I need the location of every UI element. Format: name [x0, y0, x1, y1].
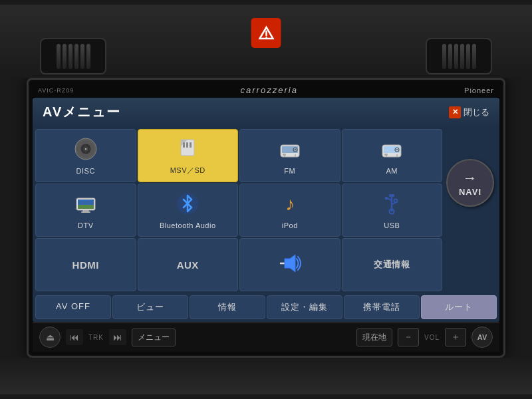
- next-track-button[interactable]: ⏭: [109, 329, 126, 345]
- navi-arrow-icon: →: [463, 170, 478, 187]
- msv-sd-label: MSV／SD: [170, 166, 205, 176]
- aux-button[interactable]: AUX: [138, 238, 239, 291]
- route-button[interactable]: ルート: [421, 295, 497, 319]
- vol-label: VOL: [424, 334, 440, 341]
- svg-rect-38: [385, 197, 388, 200]
- nav-bar: AV OFF ビュー 情報 設定・編集 携帯電話 ルート: [33, 294, 499, 322]
- svg-rect-24: [384, 154, 388, 156]
- hdmi-label: HDMI: [72, 259, 99, 271]
- svg-text:♪: ♪: [285, 194, 295, 214]
- settings-button[interactable]: 設定・編集: [267, 295, 342, 319]
- aux-label: AUX: [177, 259, 199, 271]
- traffic-label: 交通情報: [374, 259, 410, 271]
- bluetooth-icon: [176, 192, 200, 219]
- bluetooth-button[interactable]: Bluetooth Audio: [138, 184, 239, 237]
- svg-rect-30: [81, 211, 90, 213]
- svg-point-19: [295, 149, 296, 150]
- svg-rect-12: [190, 142, 192, 148]
- ipod-button[interactable]: ♪ iPod: [239, 184, 340, 237]
- controls-bar: ⏏ ⏮ TRK ⏭ メニュー 現在地 － VOL ＋ AV: [33, 322, 499, 352]
- navi-label: NAVI: [459, 187, 481, 197]
- fm-label: FM: [284, 167, 295, 175]
- traffic-button[interactable]: 交通情報: [342, 238, 443, 291]
- svg-rect-29: [82, 210, 89, 211]
- screen-title: AVメニュー: [43, 103, 121, 121]
- av-off-button[interactable]: AV OFF: [35, 295, 111, 319]
- svg-rect-35: [389, 194, 394, 197]
- screen-header: AVメニュー ✕ 閉じる: [33, 98, 499, 126]
- hdmi-button[interactable]: HDMI: [35, 238, 136, 291]
- disc-label: DISC: [76, 167, 95, 175]
- audio-icon: [278, 253, 302, 277]
- svg-point-6: [84, 148, 86, 150]
- trk-label: TRK: [88, 334, 104, 341]
- close-button[interactable]: ✕ 閉じる: [449, 106, 489, 118]
- dtv-label: DTV: [78, 221, 94, 229]
- screen: AVメニュー ✕ 閉じる DISC: [33, 98, 499, 322]
- volume-plus-button[interactable]: ＋: [445, 328, 466, 346]
- head-unit: AVIC-RZ09 carrozzeria Pioneer AVメニュー ✕ 閉…: [27, 78, 505, 358]
- disc-button[interactable]: DISC: [35, 129, 136, 182]
- dtv-button[interactable]: DTV: [35, 184, 136, 237]
- sd-icon: [176, 136, 200, 163]
- am-icon: [380, 137, 404, 164]
- brand-label: carrozzeria: [241, 85, 298, 95]
- view-button[interactable]: ビュー: [112, 295, 188, 319]
- svg-rect-17: [283, 154, 286, 156]
- eject-button[interactable]: ⏏: [39, 327, 61, 348]
- fm-button[interactable]: FM: [239, 129, 340, 182]
- usb-button[interactable]: USB: [342, 184, 443, 237]
- close-label: 閉じる: [464, 106, 489, 118]
- volume-minus-button[interactable]: －: [398, 328, 419, 346]
- dtv-icon: [74, 192, 98, 219]
- usb-icon: [380, 192, 404, 219]
- menu-button[interactable]: メニュー: [132, 329, 176, 346]
- usb-label: USB: [384, 221, 400, 229]
- pioneer-label: Pioneer: [464, 86, 494, 94]
- info-button[interactable]: 情報: [190, 295, 265, 319]
- close-x-icon: ✕: [449, 106, 461, 118]
- ipod-label: iPod: [282, 221, 298, 229]
- svg-point-40: [394, 199, 398, 202]
- av-menu-grid: DISC MSV／SD: [33, 126, 499, 294]
- prev-track-button[interactable]: ⏮: [66, 329, 83, 345]
- svg-point-26: [396, 149, 398, 150]
- ipod-icon: ♪: [278, 192, 302, 219]
- audio-button[interactable]: [239, 238, 340, 291]
- unit-model: AVIC-RZ09: [38, 87, 74, 94]
- msv-sd-button[interactable]: MSV／SD: [138, 129, 239, 182]
- disc-icon: [74, 137, 98, 164]
- navi-button[interactable]: → NAVI: [446, 159, 494, 207]
- car-interior-bottom: [0, 358, 532, 394]
- bluetooth-label: Bluetooth Audio: [160, 221, 216, 229]
- left-vent: [40, 38, 106, 74]
- hazard-button[interactable]: [251, 18, 281, 48]
- svg-point-2: [265, 36, 267, 37]
- svg-rect-31: [78, 200, 94, 205]
- am-button[interactable]: AM: [342, 129, 443, 182]
- phone-button[interactable]: 携帯電話: [344, 295, 420, 319]
- svg-rect-11: [186, 142, 188, 148]
- am-label: AM: [386, 167, 398, 175]
- svg-rect-32: [78, 205, 94, 209]
- av-button[interactable]: AV: [471, 327, 493, 348]
- right-vent: [426, 38, 492, 74]
- current-location-button[interactable]: 現在地: [356, 329, 392, 346]
- svg-rect-10: [183, 142, 185, 148]
- unit-top-bar: AVIC-RZ09 carrozzeria Pioneer: [33, 84, 499, 98]
- fm-icon: [278, 137, 302, 164]
- car-interior-top: [0, 5, 532, 78]
